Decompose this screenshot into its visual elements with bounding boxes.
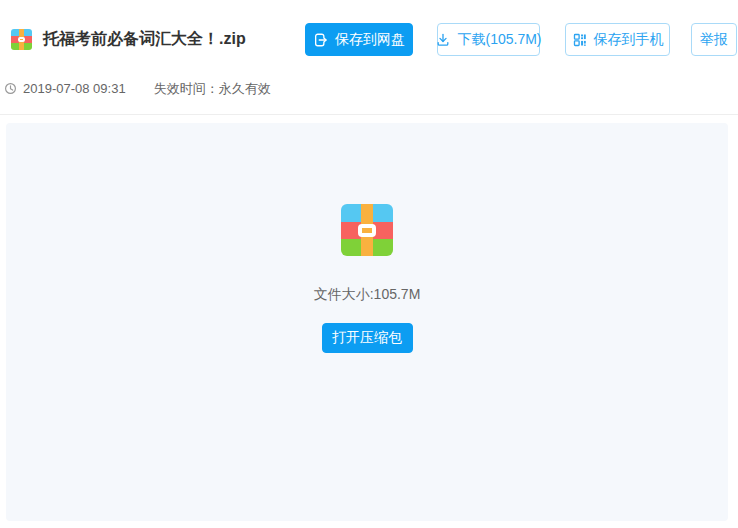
download-icon	[435, 32, 451, 48]
report-button[interactable]: 举报	[691, 23, 737, 56]
zip-archive-icon	[11, 29, 32, 50]
file-share-page: 托福考前必备词汇大全！.zip 保存到网盘 下载(105.7M)	[0, 23, 738, 528]
header-divider	[0, 114, 738, 115]
export-to-drive-icon	[313, 32, 329, 48]
zip-archive-preview-icon	[341, 204, 393, 256]
archive-buckle	[18, 37, 26, 42]
file-name: 托福考前必备词汇大全！.zip	[43, 29, 246, 50]
save-to-phone-button[interactable]: 保存到手机	[565, 23, 670, 56]
file-size-label: 文件大小:105.7M	[314, 287, 421, 301]
save-to-phone-label: 保存到手机	[594, 31, 664, 49]
clock-icon	[4, 82, 17, 95]
share-timestamp: 2019-07-08 09:31	[23, 81, 126, 96]
open-archive-button[interactable]: 打开压缩包	[322, 323, 413, 353]
download-label: 下载(105.7M)	[457, 31, 541, 49]
archive-buckle	[358, 224, 377, 237]
expiry-info: 失效时间：永久有效	[154, 80, 271, 98]
download-button[interactable]: 下载(105.7M)	[437, 23, 540, 56]
file-preview-panel: 文件大小:105.7M 打开压缩包	[6, 123, 728, 521]
share-meta: 2019-07-08 09:31 失效时间：永久有效	[4, 81, 738, 96]
save-to-netdisk-label: 保存到网盘	[335, 31, 405, 49]
report-label: 举报	[700, 31, 728, 49]
file-header: 托福考前必备词汇大全！.zip 保存到网盘 下载(105.7M)	[11, 23, 738, 56]
qr-code-icon	[572, 32, 588, 48]
header-actions: 保存到网盘 下载(105.7M)	[305, 23, 737, 56]
save-to-netdisk-button[interactable]: 保存到网盘	[305, 23, 413, 56]
